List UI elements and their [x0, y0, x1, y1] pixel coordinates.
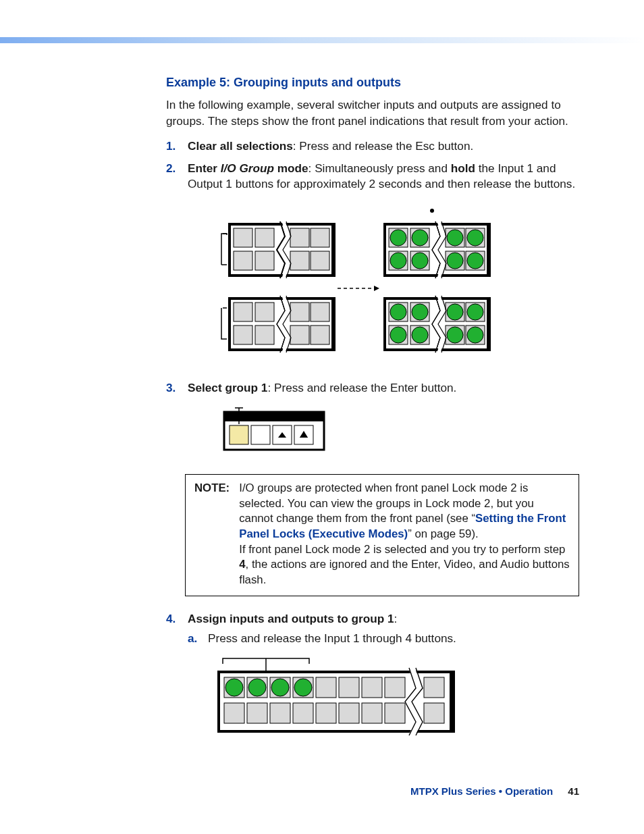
svg-point-81 — [294, 679, 312, 696]
step-bold: Assign inputs and outputs to group 1 — [188, 612, 394, 625]
diagram-svg — [216, 658, 459, 739]
svg-rect-15 — [290, 303, 309, 321]
svg-point-33 — [467, 230, 483, 246]
diagram-svg — [223, 408, 331, 457]
step-italic: I/O Group — [221, 161, 274, 175]
svg-rect-25 — [487, 224, 491, 276]
svg-rect-87 — [224, 703, 244, 723]
svg-rect-3 — [234, 228, 252, 247]
svg-rect-12 — [331, 298, 336, 350]
svg-rect-62 — [230, 425, 248, 444]
header-gradient-band — [0, 37, 644, 43]
svg-rect-86 — [424, 677, 444, 698]
svg-point-49 — [447, 304, 463, 320]
note-body: I/O groups are protected when front pane… — [230, 481, 570, 588]
step-2: 2. Enter I/O Group mode: Simultaneously … — [166, 161, 579, 371]
svg-rect-7 — [234, 251, 252, 270]
svg-rect-82 — [316, 677, 336, 698]
substep-letter: a. — [188, 631, 197, 646]
figure-input-row — [216, 658, 579, 744]
content-area: Example 5: Grouping inputs and outputs I… — [166, 74, 579, 753]
note-step-ref: 4 — [239, 558, 245, 571]
footer-title: MTPX Plus Series • Operation — [410, 785, 553, 797]
svg-rect-73 — [450, 671, 455, 733]
svg-rect-90 — [293, 703, 313, 723]
svg-point-45 — [390, 304, 406, 320]
svg-rect-18 — [255, 325, 274, 344]
svg-rect-88 — [247, 703, 267, 723]
page: Example 5: Grouping inputs and outputs I… — [0, 0, 644, 834]
note-text: ” on page 59). — [408, 527, 479, 540]
step-number: 2. — [166, 161, 176, 176]
svg-rect-17 — [234, 325, 252, 344]
svg-point-0 — [430, 209, 434, 213]
step-4: 4. Assign inputs and outputs to group 1:… — [166, 611, 579, 744]
svg-point-59 — [467, 327, 483, 343]
svg-point-29 — [412, 230, 428, 246]
svg-point-41 — [467, 253, 483, 269]
diagram-svg — [223, 204, 513, 366]
svg-point-37 — [412, 253, 428, 269]
step-text: Assign inputs and outputs to group 1: — [188, 612, 397, 625]
step-1: 1. Clear all selections: Press and relea… — [166, 138, 579, 154]
svg-rect-91 — [316, 703, 336, 723]
svg-point-31 — [447, 230, 463, 246]
figure-enter-panel — [223, 408, 579, 461]
substep-a: a. Press and release the Input 1 through… — [188, 631, 579, 744]
step-3: 3. Select group 1: Press and release the… — [166, 380, 579, 596]
note-text: , the actions are ignored and the Enter,… — [239, 558, 570, 586]
step-colon: : — [394, 612, 398, 625]
svg-rect-89 — [270, 703, 290, 723]
note-label: NOTE: — [194, 481, 230, 494]
svg-rect-2 — [331, 224, 336, 276]
page-footer: MTPX Plus Series • Operation 41 — [410, 785, 579, 797]
step-bold: Select group 1 — [188, 381, 267, 394]
svg-rect-63 — [251, 425, 270, 444]
step-bold: Clear all selections — [188, 139, 293, 153]
svg-rect-4 — [255, 228, 274, 247]
svg-rect-94 — [385, 703, 405, 723]
step-list: 1. Clear all selections: Press and relea… — [166, 138, 579, 744]
figure-io-group-mode — [223, 204, 579, 370]
step-number: 4. — [166, 611, 176, 627]
svg-point-57 — [447, 327, 463, 343]
svg-rect-20 — [311, 325, 329, 344]
svg-rect-83 — [339, 677, 359, 698]
step-bold2: mode — [274, 161, 308, 175]
step-bold: Enter — [188, 161, 221, 175]
step-number: 3. — [166, 380, 176, 396]
note-text: If front panel Lock mode 2 is selected a… — [239, 543, 565, 556]
svg-point-55 — [412, 327, 428, 343]
svg-rect-85 — [385, 677, 405, 698]
step-rest: : Press and release the Enter button. — [267, 381, 456, 394]
section-heading: Example 5: Grouping inputs and outputs — [166, 74, 579, 90]
step-hold: hold — [451, 161, 475, 175]
svg-point-35 — [390, 253, 406, 269]
step-text: Select group 1: Press and release the En… — [188, 381, 456, 394]
note-box: NOTE: I/O groups are protected when fron… — [185, 474, 579, 596]
svg-rect-43 — [487, 298, 491, 350]
svg-point-53 — [390, 327, 406, 343]
substep-text: Press and release the Input 1 through 4 … — [208, 631, 456, 645]
svg-rect-9 — [290, 251, 309, 270]
svg-point-39 — [447, 253, 463, 269]
svg-rect-93 — [362, 703, 382, 723]
step-rest: : Press and release the Esc button. — [293, 139, 474, 153]
svg-point-51 — [467, 304, 483, 320]
step-text: Enter I/O Group mode: Simultaneously pre… — [188, 161, 575, 190]
svg-point-27 — [390, 230, 406, 246]
step-text: Clear all selections: Press and release … — [188, 139, 473, 153]
svg-rect-8 — [255, 251, 274, 270]
step-rest: : Simultaneously press and — [308, 161, 451, 175]
svg-rect-95 — [424, 703, 444, 723]
svg-point-47 — [412, 304, 428, 320]
intro-paragraph: In the following example, several switch… — [166, 97, 579, 128]
svg-point-77 — [248, 679, 266, 696]
svg-rect-13 — [234, 303, 252, 321]
svg-rect-84 — [362, 677, 382, 698]
svg-rect-92 — [339, 703, 359, 723]
svg-point-79 — [271, 679, 289, 696]
step-number: 1. — [166, 138, 176, 154]
page-number: 41 — [568, 785, 579, 797]
svg-point-75 — [225, 679, 243, 696]
